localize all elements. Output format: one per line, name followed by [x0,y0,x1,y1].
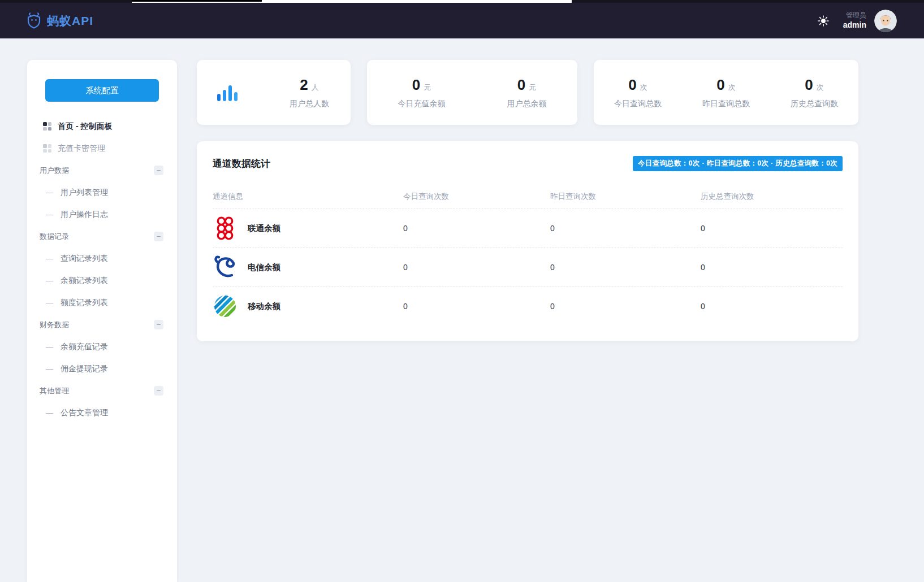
user-menu[interactable]: 管理员 admin [843,11,866,31]
table-header-row: 通道信息 今日查询次数 昨日查询次数 历史总查询次数 [213,185,843,209]
stat-value: 0 [716,76,724,93]
sidebar-item-announcements[interactable]: — 公告文章管理 [27,402,177,424]
card-query-counts: 0次 今日查询总数 0次 昨日查询总数 0次 历史总查询数 [594,60,858,125]
sidebar-section-other: 其他管理 − [27,380,177,402]
sidebar-item-label: 用户列表管理 [61,188,108,198]
sidebar-section-user-data: 用户数据 − [27,159,177,181]
stat-cards-row: 2人 用户总人数 0元 今日充值余额 0元 用户总余额 [197,60,858,125]
panel-header: 通道数据统计 今日查询总数：0次 · 昨日查询总数：0次 · 历史总查询数：0次 [213,156,843,171]
cell-today: 0 [403,263,550,272]
app-logo[interactable]: 蚂蚁API [25,12,93,29]
sun-icon [817,15,830,27]
stat-value: 0 [628,76,636,93]
channel-name: 联通余额 [248,223,280,234]
sidebar-item-label: 查询记录列表 [61,254,108,264]
sidebar-item-card-keys[interactable]: 充值卡密管理 [27,137,177,159]
channel-name: 移动余额 [248,301,280,312]
logo-text: 蚂蚁API [47,13,93,29]
china-mobile-logo-icon [213,294,238,319]
sidebar-item-user-list[interactable]: — 用户列表管理 [27,181,177,203]
sidebar-item-user-log[interactable]: — 用户操作日志 [27,203,177,225]
user-avatar[interactable] [874,10,897,32]
stat-total-users: 2人 用户总人数 [290,76,329,109]
stat-value: 0 [412,76,420,93]
stat-label: 历史总查询数 [791,99,838,109]
cell-total: 0 [701,263,843,272]
col-header-today: 今日查询次数 [403,192,550,202]
bar-chart-icon [217,84,238,102]
sidebar-item-quota-records[interactable]: — 额度记录列表 [27,292,177,314]
stat-label: 用户总余额 [507,99,547,109]
sidebar-item-withdraw-records[interactable]: — 佣金提现记录 [27,358,177,380]
stat-value: 0 [517,76,525,93]
stat-value: 2 [300,76,308,93]
sidebar-item-balance-records[interactable]: — 余额记录列表 [27,270,177,292]
navbar-right: 管理员 admin [817,10,897,32]
table-row-unicom: 联通余额 0 0 0 [213,209,843,247]
section-title: 数据记录 [40,232,69,242]
collapse-minus-icon[interactable]: − [154,386,163,396]
stat-recharge-today: 0元 今日充值余额 [398,76,446,109]
main-content: 2人 用户总人数 0元 今日充值余额 0元 用户总余额 [197,60,858,341]
channel-cell: 联通余额 [213,216,403,241]
cell-total: 0 [701,224,843,233]
collapse-minus-icon[interactable]: − [154,320,163,329]
col-header-yesterday: 昨日查询次数 [550,192,701,202]
panel-title: 通道数据统计 [213,157,270,170]
dashboard-grid-icon [43,122,51,131]
dash-icon: — [46,342,53,351]
system-config-button[interactable]: 系统配置 [45,79,159,102]
ant-shield-icon [25,12,42,29]
sidebar-item-label: 余额充值记录 [61,342,108,352]
sidebar-item-label: 公告文章管理 [61,408,108,418]
stat-unit: 元 [529,83,536,92]
cell-today: 0 [403,224,550,233]
stat-user-balance: 0元 用户总余额 [507,76,547,109]
stat-queries-total: 0次 历史总查询数 [791,76,838,109]
dash-icon: — [46,188,53,197]
sidebar-item-label: 充值卡密管理 [58,144,105,154]
query-summary-badge: 今日查询总数：0次 · 昨日查询总数：0次 · 历史总查询数：0次 [633,156,843,171]
sidebar-item-label: 额度记录列表 [61,298,108,308]
sidebar-item-home[interactable]: 首页 - 控制面板 [27,115,177,137]
sidebar-item-query-records[interactable]: — 查询记录列表 [27,247,177,270]
stat-queries-today: 0次 今日查询总数 [614,76,662,109]
theme-toggle-button[interactable] [817,15,830,27]
cell-yesterday: 0 [550,224,701,233]
stat-unit: 人 [312,83,319,92]
section-title: 用户数据 [40,166,69,176]
stat-queries-yesterday: 0次 昨日查询总数 [702,76,750,109]
dash-icon: — [46,254,53,263]
browser-edge-black [132,0,262,2]
channel-name: 电信余额 [248,262,280,273]
sidebar-section-finance: 财务数据 − [27,314,177,336]
stat-label: 今日查询总数 [614,99,662,109]
col-header-channel: 通道信息 [213,192,403,202]
cell-yesterday: 0 [550,263,701,272]
sidebar-item-label: 佣金提现记录 [61,364,108,374]
sidebar: 系统配置 首页 - 控制面板 充值卡密管理 用户数据 − — 用户列表管理 — … [27,60,177,582]
channel-stats-panel: 通道数据统计 今日查询总数：0次 · 昨日查询总数：0次 · 历史总查询数：0次… [197,141,858,341]
dash-icon: — [46,298,53,307]
china-telecom-logo-icon [213,255,238,280]
sidebar-item-label: 用户操作日志 [61,210,108,220]
table-row-telecom: 电信余额 0 0 0 [213,247,843,286]
user-role: 管理员 [843,11,866,20]
stat-label: 用户总人数 [290,99,329,109]
collapse-minus-icon[interactable]: − [154,232,163,241]
browser-edge-strip [0,0,924,3]
section-title: 其他管理 [40,386,69,396]
channel-table: 通道信息 今日查询次数 昨日查询次数 历史总查询次数 [213,185,843,325]
stat-label: 昨日查询总数 [702,99,750,109]
dash-icon: — [46,409,53,417]
collapse-minus-icon[interactable]: − [154,166,163,175]
sidebar-item-recharge-records[interactable]: — 余额充值记录 [27,336,177,358]
cell-yesterday: 0 [550,302,701,311]
stat-unit: 次 [817,83,824,92]
stat-label: 今日充值余额 [398,99,446,109]
section-title: 财务数据 [40,320,69,330]
channel-cell: 电信余额 [213,255,403,280]
sidebar-section-data-records: 数据记录 − [27,225,177,247]
cell-total: 0 [701,302,843,311]
stat-unit: 元 [424,83,431,92]
